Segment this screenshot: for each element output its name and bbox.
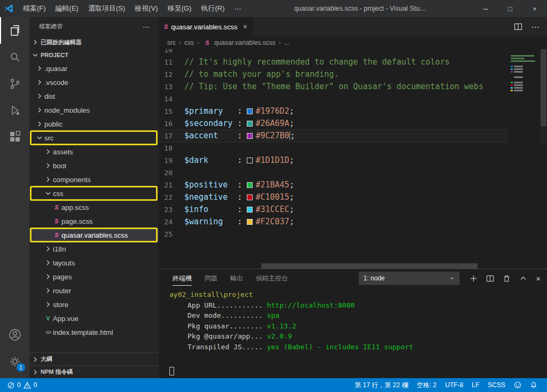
section-open-editors[interactable]: 已開啟的編輯器 [29,36,159,49]
menu-item-5[interactable]: 移至(G) [163,0,197,17]
terminal-dropdown[interactable]: 1: node [358,271,460,285]
menu-item-1[interactable]: 檔案(F) [18,0,51,17]
new-terminal-icon[interactable] [470,275,478,283]
code-token: $negative [184,192,228,202]
tree-item-quasar-variables-scss[interactable]: Squasar.variables.scss [29,228,159,242]
search-icon[interactable] [0,44,29,70]
menu-item-4[interactable]: 檢視(V) [130,0,162,17]
panel-tab-label: 輸出 [230,274,243,283]
tree-item-layouts[interactable]: layouts [29,256,159,270]
panel-header: 終端機問題輸出偵錯主控台 1: node × [159,269,547,287]
sidebar-header: 檔案總管 ⋯ [29,17,159,36]
menu-item-6[interactable]: 執行(R) [196,0,229,17]
indentation-setting[interactable]: 空格: 2 [412,378,441,392]
tree-item-page-scss[interactable]: Spage.scss [29,214,159,228]
tree-item-index-template-html[interactable]: <>index.template.html [29,325,159,339]
breadcrumb-item-item[interactable]: ... [284,39,290,46]
minimap-bar [514,84,523,86]
tree-item-store[interactable]: store [29,297,159,311]
editor-tab-quasar-variables-scss[interactable]: S quasar.variables.scss × [159,17,253,36]
code-line-15: 15$primary : #1976D2; [159,105,547,117]
chevron-separator-icon: › [279,39,281,46]
line-number: 23 [159,203,184,216]
code-token: $primary [184,106,223,116]
chevron-separator-icon: › [197,39,199,46]
notifications-bell-icon[interactable] [526,378,542,392]
tree-item-css[interactable]: css [29,186,159,200]
tree-item-dist[interactable]: dist [29,89,159,103]
tree-item-node-modules[interactable]: node_modules [29,103,159,117]
maximize-panel-icon[interactable] [519,275,527,283]
more-actions-icon[interactable]: ⋯ [143,22,150,31]
terminal-output[interactable]: ay02_install\projectApp URL........... h… [159,287,547,378]
panel-tab-1[interactable]: 終端機 [166,269,198,287]
color-swatch [247,133,253,139]
tree-item-public[interactable]: public [29,117,159,131]
horizontal-scrollbar-thumb[interactable] [261,263,478,269]
panel-tab-4[interactable]: 偵錯主控台 [249,269,294,287]
terminal-blank-line [169,352,547,363]
close-button[interactable]: × [522,0,547,17]
tree-item-label: assets [53,148,73,156]
minimap[interactable] [509,49,540,269]
menu-item-3[interactable]: 選取項目(S) [83,0,130,17]
code-token: // It's highly recommended to change the… [184,57,450,67]
menu-item-7[interactable]: ⋯ [229,0,246,17]
tree-item-assets[interactable]: assets [29,145,159,159]
section-project[interactable]: PROJECT [29,49,159,61]
horizontal-scrollbar[interactable] [159,263,509,269]
breadcrumb-item-quasar-variables-scss[interactable]: Squasar.variables.scss [202,39,276,46]
vertical-scrollbar[interactable] [540,49,547,269]
explorer-icon[interactable] [0,17,29,44]
tree-item-vscode[interactable]: .vscode [29,75,159,89]
language-mode[interactable]: SCSS [483,378,510,392]
tree-item-quasar[interactable]: .quasar [29,61,159,75]
code-editor[interactable]: 1011// It's highly recommended to change… [159,49,547,269]
close-panel-icon[interactable]: × [536,274,541,283]
cursor-position[interactable]: 第 17 行，第 22 欄 [350,378,412,392]
run-debug-icon[interactable] [0,97,29,124]
tree-item-app-scss[interactable]: Sapp.scss [29,200,159,214]
tree-item-components[interactable]: components [29,173,159,186]
minimap-bar [514,68,523,70]
split-terminal-icon[interactable] [486,275,494,283]
breadcrumb-item-src[interactable]: src [167,39,176,46]
tree-item-router[interactable]: router [29,284,159,297]
maximize-button[interactable]: □ [498,0,522,17]
html-icon: <> [43,330,53,335]
tree-item-app-vue[interactable]: VApp.vue [29,311,159,325]
extensions-icon[interactable] [0,124,29,151]
menu-item-2[interactable]: 編輯(E) [51,0,83,17]
tree-item-label: .vscode [44,79,68,87]
kill-terminal-trash-icon[interactable] [503,275,511,283]
source-control-icon[interactable] [0,70,29,97]
settings-gear-icon[interactable]: 1 [0,348,29,375]
breadcrumb-item-css[interactable]: css [184,39,194,46]
vertical-scrollbar-thumb[interactable] [541,49,546,127]
tree-item-i18n[interactable]: i18n [29,242,159,256]
minimize-button[interactable]: ─ [473,0,498,17]
more-actions-icon[interactable]: ⋯ [531,22,540,32]
panel-tab-2[interactable]: 問題 [198,269,224,287]
scss-icon: S [52,232,61,238]
minimap-line [511,82,537,83]
section-npm[interactable]: NPM 指令碼 [29,365,159,378]
error-count: 0 [17,381,21,389]
terminal-line: Pkg quasar........ v1.13.2 [169,321,547,332]
section-item[interactable]: 大綱 [29,352,159,365]
tree-item-pages[interactable]: pages [29,270,159,284]
account-icon[interactable] [0,322,29,348]
code-token: $secondary [184,119,232,128]
split-editor-icon[interactable] [514,22,522,31]
eol-setting[interactable]: LF [467,378,483,392]
encoding-setting[interactable]: UTF-8 [441,378,467,392]
problems-indicator[interactable]: 0 0 [5,378,39,392]
chevron-right-icon [35,64,44,73]
tab-close-icon[interactable]: × [243,22,247,31]
tree-item-src[interactable]: src [29,131,159,145]
code-token: #26A69A [255,119,289,128]
panel-tab-3[interactable]: 輸出 [224,269,249,287]
tree-item-boot[interactable]: boot [29,159,159,173]
feedback-icon[interactable] [510,378,526,392]
minimap-line [511,66,537,67]
